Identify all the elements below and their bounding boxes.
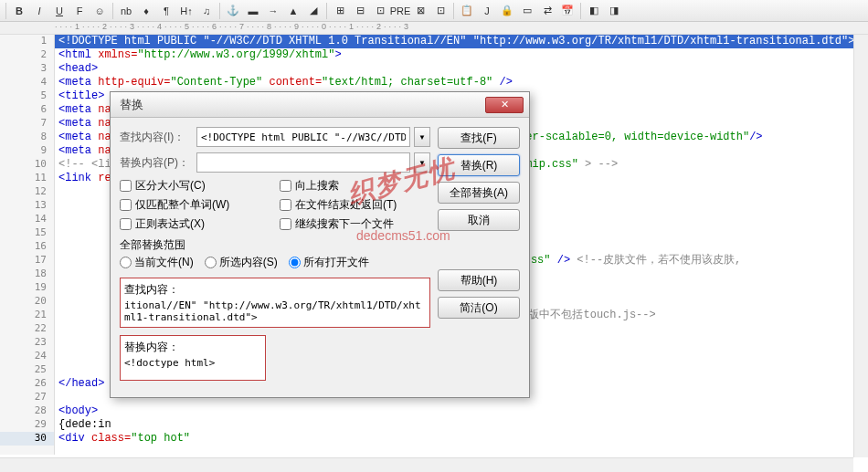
find-dropdown-icon[interactable]: ▼	[414, 127, 430, 147]
toolbar: B I U F ☺ nb ♦ ¶ H↑ ♫ ⚓ ▬ → ▲ ◢ ⊞ ⊟ ⊡ PR…	[0, 0, 868, 22]
help-button[interactable]: 帮助(H)	[438, 269, 520, 291]
radio-option[interactable]: 所有打开文件	[289, 255, 369, 270]
radio-option[interactable]: 当前文件(N)	[120, 255, 194, 270]
line-number: 27	[0, 391, 54, 404]
replace-dialog: 替换 ✕ 查找内容(I)： ▼ 替换内容(P)： ▼ 区分大小写(C)向上搜索仅…	[110, 91, 530, 398]
panel1-button[interactable]: ◧	[585, 2, 603, 20]
clear-button[interactable]: 简洁(O)	[438, 297, 520, 319]
line-number: 6	[0, 103, 54, 117]
grid5-button[interactable]: ⊡	[431, 2, 450, 20]
preview-replace-label: 替换内容：	[124, 340, 261, 355]
grid2-button[interactable]: ⊟	[351, 2, 369, 20]
code-line[interactable]: <html xmlns="http://www.w3.org/1999/xhtm…	[55, 48, 868, 62]
line-number: 21	[0, 309, 54, 322]
line-number: 3	[0, 62, 54, 76]
line-number: 30	[0, 432, 54, 446]
find-label: 查找内容(I)：	[120, 130, 193, 145]
pre-button[interactable]: PRE	[391, 2, 409, 20]
code-line[interactable]: <body>	[55, 404, 868, 418]
grid4-button[interactable]: ⊠	[411, 2, 429, 20]
checkbox-option[interactable]: 正则表达式(X)	[120, 216, 270, 232]
swap-button[interactable]: ⇄	[538, 2, 556, 20]
line-number: 22	[0, 322, 54, 336]
replace-all-button[interactable]: 全部替换(A)	[438, 182, 520, 204]
checkbox-option[interactable]: 仅匹配整个单词(W)	[120, 197, 270, 213]
find-button[interactable]: 查找(F)	[438, 127, 520, 149]
italic-button[interactable]: I	[30, 2, 48, 20]
replace-button[interactable]: 替换(R)	[438, 154, 520, 176]
line-number: 19	[0, 281, 54, 295]
date-button[interactable]: 📅	[558, 2, 577, 20]
panel2-button[interactable]: ◨	[605, 2, 623, 20]
line-number: 12	[0, 185, 54, 199]
dialog-title: 替换	[120, 97, 485, 113]
lock-button[interactable]: 🔒	[498, 2, 516, 20]
arrow-button[interactable]: →	[264, 2, 282, 20]
dialog-titlebar[interactable]: 替换 ✕	[111, 92, 529, 118]
j-button[interactable]: J	[478, 2, 496, 20]
radio-option[interactable]: 所选内容(S)	[205, 255, 278, 270]
line-number: 26	[0, 377, 54, 391]
hr-button[interactable]: ▬	[244, 2, 262, 20]
line-number: 29	[0, 418, 54, 432]
code-line[interactable]: <meta http-equiv="Content-Type" content=…	[55, 76, 868, 89]
preview-replace-content: <!doctype html>	[124, 357, 261, 369]
line-number: 20	[0, 295, 54, 309]
line-number: 16	[0, 240, 54, 254]
line-number: 11	[0, 172, 54, 185]
preview-find-content: itional//EN" "http://www.w3.org/TR/xhtml…	[124, 299, 426, 323]
line-number: 18	[0, 267, 54, 281]
line-number: 8	[0, 131, 54, 144]
preview-find-label: 查找内容：	[124, 282, 426, 298]
checkbox-option[interactable]: 区分大小写(C)	[120, 178, 270, 194]
line-number: 17	[0, 254, 54, 267]
replace-label: 替换内容(P)：	[120, 155, 193, 171]
line-number: 10	[0, 158, 54, 172]
vertical-scrollbar[interactable]	[853, 35, 868, 457]
line-number: 23	[0, 336, 54, 350]
line-number: 25	[0, 363, 54, 377]
find-input[interactable]	[196, 127, 410, 147]
code-line[interactable]: {dede:in	[55, 418, 868, 432]
line-number: 13	[0, 199, 54, 213]
para-button[interactable]: ¶	[157, 2, 175, 20]
checkbox-option[interactable]: 向上搜索	[280, 178, 430, 194]
checkbox-option[interactable]: 继续搜索下一个文件	[280, 216, 430, 232]
line-number: 15	[0, 226, 54, 240]
replace-input[interactable]	[196, 152, 410, 173]
heading-button[interactable]: H↑	[177, 2, 196, 20]
music-button[interactable]: ♫	[197, 2, 216, 20]
replace-dropdown-icon[interactable]: ▼	[414, 152, 430, 173]
checkbox-option[interactable]: 在文件结束处返回(T)	[280, 197, 430, 213]
line-number: 5	[0, 89, 54, 103]
tri-button[interactable]: ▲	[284, 2, 302, 20]
line-number: 14	[0, 213, 54, 226]
scope-label: 全部替换范围	[120, 237, 430, 253]
corner-button[interactable]: ◢	[304, 2, 323, 20]
font-button[interactable]: F	[70, 2, 89, 20]
line-number: 4	[0, 76, 54, 89]
grid1-button[interactable]: ⊞	[331, 2, 349, 20]
bold-button[interactable]: B	[10, 2, 28, 20]
nb-button[interactable]: nb	[117, 2, 135, 20]
line-number: 7	[0, 117, 54, 131]
line-number: 1	[0, 35, 54, 48]
code-line[interactable]: <head>	[55, 62, 868, 76]
code-line[interactable]: <div class="top hot"	[55, 432, 868, 446]
underline-button[interactable]: U	[50, 2, 69, 20]
line-number: 9	[0, 144, 54, 158]
grid3-button[interactable]: ⊡	[371, 2, 389, 20]
code-line[interactable]: <!DOCTYPE html PUBLIC "-//W3C//DTD XHTML…	[55, 35, 868, 48]
ruler: ····1····2····3····4····5····6····7····8…	[0, 22, 868, 35]
emoji-button[interactable]: ☺	[90, 2, 109, 20]
cancel-button[interactable]: 取消	[438, 209, 520, 231]
close-icon[interactable]: ✕	[485, 97, 524, 113]
line-number: 28	[0, 404, 54, 418]
clipboard-button[interactable]: 📋	[458, 2, 476, 20]
horizontal-scrollbar[interactable]	[0, 457, 853, 472]
line-number: 24	[0, 350, 54, 363]
bullet-button[interactable]: ♦	[137, 2, 155, 20]
line-number: 2	[0, 48, 54, 62]
anchor-button[interactable]: ⚓	[224, 2, 242, 20]
rect-button[interactable]: ▭	[518, 2, 536, 20]
